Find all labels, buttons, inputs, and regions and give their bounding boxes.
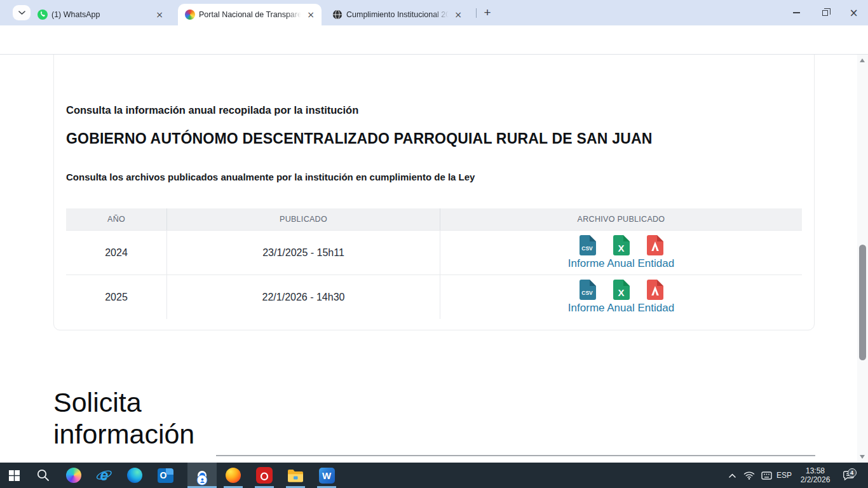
table-row: 2024 23/1/2025 - 15h11 CSV X Informe Anu…	[66, 230, 802, 274]
chrome-icon	[194, 467, 210, 484]
tab-close-icon[interactable]: ×	[305, 9, 316, 20]
tray-show-hidden-icons-button[interactable]	[724, 463, 740, 488]
excel-file-icon[interactable]: X	[613, 280, 630, 300]
tab-whatsapp[interactable]: (1) WhatsApp ×	[31, 4, 170, 25]
taskbar-file-explorer-button[interactable]	[283, 463, 308, 488]
taskbar-firefox-button[interactable]	[220, 463, 246, 488]
portal-favicon-icon	[184, 10, 195, 20]
browser-toolbar: ← → transparencia.dpe.gob.ec/entidades/4…	[0, 25, 868, 55]
minimize-button[interactable]	[782, 0, 811, 25]
clock-time: 13:58	[806, 466, 825, 476]
taskbar-outlook-button[interactable]: O	[153, 463, 178, 488]
tab-close-icon[interactable]: ×	[452, 9, 464, 20]
taskbar-chrome-button[interactable]	[189, 463, 215, 488]
browser-titlebar: (1) WhatsApp × Portal Nacional de Transp…	[0, 0, 868, 25]
outlook-icon: O	[158, 468, 173, 483]
pdf-file-icon[interactable]	[647, 280, 663, 300]
page-scrollbar[interactable]	[857, 55, 868, 463]
tab-portal-transparencia[interactable]: Portal Nacional de Transparenci ×	[178, 4, 322, 25]
intro-text: Consulta la información anual recopilada…	[66, 104, 358, 116]
taskbar-acrobat-button[interactable]	[252, 463, 277, 488]
internet-explorer-icon: e	[96, 467, 112, 484]
window-controls: ×	[782, 0, 868, 25]
year-cell: 2024	[66, 231, 167, 274]
svg-text:CSV: CSV	[581, 245, 593, 252]
tray-clock-button[interactable]: 13:58 2/2/2026	[794, 463, 836, 488]
column-header-file: ARCHIVO PUBLICADO	[440, 208, 802, 230]
start-button[interactable]	[1, 463, 27, 488]
subtitle-text: Consulta los archivos publicados anualme…	[66, 172, 475, 182]
tab-title: (1) WhatsApp	[51, 10, 150, 19]
tab-search-button[interactable]	[13, 5, 31, 20]
tray-language-button[interactable]: ESP	[775, 463, 794, 488]
chevron-up-icon	[729, 473, 736, 478]
page-content: Consulta la información anual recopilada…	[0, 55, 857, 463]
csv-file-icon[interactable]: CSV	[580, 280, 596, 300]
globe-icon	[332, 10, 342, 20]
tab-title: Cumplimiento Institucional 202	[346, 10, 449, 19]
chrome-profile-badge-icon	[197, 475, 208, 485]
tray-network-button[interactable]	[741, 463, 757, 488]
taskbar-search-button[interactable]	[31, 463, 56, 488]
svg-text:X: X	[618, 243, 624, 254]
column-header-published: PUBLICADO	[167, 208, 440, 230]
taskbar-copilot-button[interactable]	[61, 463, 86, 488]
clock-date: 2/2/2026	[801, 475, 831, 485]
file-explorer-icon	[287, 469, 304, 482]
table-header-row: AÑO PUBLICADO ARCHIVO PUBLICADO	[66, 208, 802, 230]
svg-text:CSV: CSV	[581, 290, 593, 296]
notification-count-badge: 4	[848, 468, 857, 477]
informe-anual-link[interactable]: Informe Anual Entidad	[568, 302, 674, 315]
firefox-icon	[226, 468, 241, 483]
acrobat-icon	[256, 467, 273, 484]
windows-taskbar: e O W	[0, 463, 868, 488]
close-window-button[interactable]: ×	[839, 0, 868, 25]
column-header-year: AÑO	[66, 208, 167, 230]
touch-keyboard-icon	[761, 471, 772, 480]
tab-separator	[476, 8, 477, 18]
windows-logo-icon	[9, 470, 20, 481]
tab-close-icon[interactable]: ×	[154, 9, 165, 20]
close-icon: ×	[849, 8, 858, 18]
tab-title: Portal Nacional de Transparenci	[199, 10, 301, 19]
taskbar-edge-button[interactable]	[122, 463, 147, 488]
published-cell: 22/1/2026 - 14h30	[167, 275, 440, 319]
svg-text:X: X	[618, 287, 624, 298]
restore-icon	[822, 10, 828, 16]
request-info-heading: Solicita información	[53, 386, 219, 450]
search-icon	[36, 468, 50, 482]
minimize-icon	[793, 12, 800, 13]
edge-icon	[127, 468, 142, 483]
excel-file-icon[interactable]: X	[613, 235, 630, 255]
published-cell: 23/1/2025 - 15h11	[167, 231, 440, 274]
new-tab-button[interactable]: +	[479, 5, 496, 20]
entity-title: GOBIERNO AUTÓNOMO DESCENTRALIZADO PARROQ…	[66, 130, 653, 147]
wifi-icon	[743, 471, 755, 480]
tray-notifications-button[interactable]: 4	[839, 463, 859, 488]
scrollbar-thumb[interactable]	[859, 245, 866, 360]
word-icon: W	[319, 468, 335, 484]
files-cell: CSV X Informe Anual Entidad	[440, 231, 802, 274]
section-divider	[216, 455, 815, 456]
csv-file-icon[interactable]: CSV	[580, 235, 596, 255]
files-cell: CSV X Informe Anual Entidad	[440, 275, 802, 319]
tray-touch-keyboard-button[interactable]	[758, 463, 775, 488]
whatsapp-icon	[37, 10, 48, 20]
table-row: 2025 22/1/2026 - 14h30 CSV X Informe Anu…	[66, 274, 802, 319]
chevron-down-icon	[18, 11, 25, 15]
annual-files-table: AÑO PUBLICADO ARCHIVO PUBLICADO 2024 23/…	[66, 208, 802, 319]
pdf-file-icon[interactable]	[647, 235, 663, 255]
tab-cumplimiento[interactable]: Cumplimiento Institucional 202 ×	[325, 4, 469, 25]
year-cell: 2025	[66, 275, 167, 319]
informe-anual-link[interactable]: Informe Anual Entidad	[568, 257, 674, 270]
taskbar-word-button[interactable]: W	[314, 463, 339, 488]
scrollbar-up-arrow-icon[interactable]	[860, 58, 865, 62]
taskbar-internet-explorer-button[interactable]: e	[92, 463, 117, 488]
restore-button[interactable]	[811, 0, 839, 25]
copilot-icon	[66, 468, 81, 483]
scrollbar-down-arrow-icon[interactable]	[860, 455, 865, 459]
